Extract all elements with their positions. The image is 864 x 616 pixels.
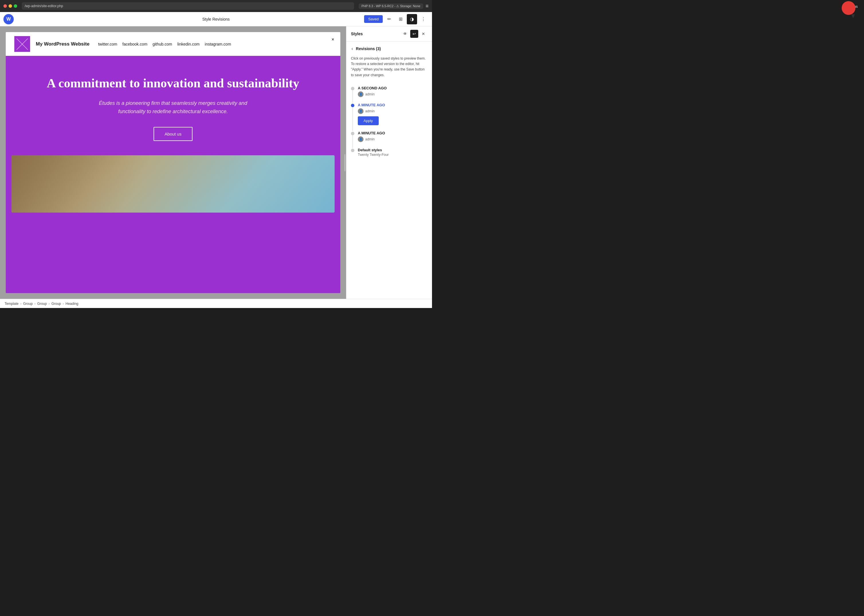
canvas-area: × My WordPress Website twitter.com faceb… [0, 26, 346, 299]
admin-bar-title: Style Revisions [202, 17, 230, 22]
sidebar-header: Styles 👁 ↩ ✕ Revisions [346, 26, 432, 42]
image-overlay [11, 155, 335, 212]
address-bar[interactable]: /wp-admin/site-editor.php [22, 2, 354, 10]
revisions-panel: ‹ Revisions (3) Click on previously save… [346, 42, 432, 299]
revision-time-2: A MINUTE AGO [358, 103, 427, 107]
revision-content-1: A SECOND AGO 👤 admin [358, 86, 427, 97]
revision-author-1: 👤 admin [358, 91, 427, 97]
revision-author-3: 👤 admin [358, 137, 427, 142]
browser-menu-icon[interactable]: ≡ [426, 3, 429, 9]
default-styles-subtitle: Twenty Twenty-Four [358, 153, 427, 157]
revision-time-3: A MINUTE AGO [358, 131, 427, 135]
hero-subtitle: Études is a pioneering firm that seamles… [90, 99, 256, 116]
php-badge: PHP 8.3 - WP 6.5-RC2 - ⚠ Storage: None [359, 3, 423, 9]
sidebar-icons: 👁 ↩ ✕ [401, 30, 427, 38]
sidebar-title: Styles [351, 31, 363, 36]
hero-section: A commitment to innovation and sustainab… [6, 56, 340, 155]
breadcrumb-heading[interactable]: Heading [66, 302, 79, 306]
breadcrumb-sep-4: › [63, 302, 64, 306]
address-text: /wp-admin/site-editor.php [25, 4, 63, 8]
more-options-btn[interactable]: ⋮ [418, 14, 429, 24]
hero-title: A commitment to innovation and sustainab… [17, 76, 329, 91]
back-button[interactable]: ‹ [351, 46, 353, 52]
author-name-1: admin [365, 92, 375, 96]
revisions-timeline: A SECOND AGO 👤 admin A MINUTE AGO [351, 83, 427, 160]
revisions-description: Click on previously saved styles to prev… [351, 56, 427, 78]
about-us-button[interactable]: About us [154, 127, 192, 141]
preview-icon-btn[interactable]: 👁 [401, 30, 409, 38]
site-name: My WordPress Website [36, 41, 90, 47]
nav-twitter[interactable]: twitter.com [98, 42, 117, 46]
traffic-lights [3, 4, 17, 8]
revision-content-default: Default styles Twenty Twenty-Four [358, 148, 427, 157]
close-traffic-light[interactable] [3, 4, 7, 8]
breadcrumb-bar: Template › Group › Group › Group › Headi… [0, 299, 432, 308]
timeline-dot-default [351, 149, 354, 152]
default-styles-label: Default styles [358, 148, 427, 152]
sidebar: Styles 👁 ↩ ✕ Revisions ‹ Revisions (3) C… [346, 26, 432, 299]
nav-instagram[interactable]: instagram.com [205, 42, 231, 46]
wp-logo-letter: W [6, 17, 11, 22]
breadcrumb-group-1[interactable]: Group [23, 302, 33, 306]
timeline-dot-1 [351, 87, 354, 90]
logo-x-icon [14, 36, 30, 52]
timeline-line-2 [352, 106, 353, 131]
minimize-traffic-light[interactable] [9, 4, 12, 8]
site-nav: twitter.com facebook.com github.com link… [98, 42, 231, 46]
revision-item-1[interactable]: A SECOND AGO 👤 admin [351, 83, 427, 100]
revision-item-3[interactable]: A MINUTE AGO 👤 admin [351, 128, 427, 145]
revisions-nav: ‹ Revisions (3) [351, 46, 427, 52]
main-layout: × My WordPress Website twitter.com faceb… [0, 26, 432, 299]
php-badge-text: PHP 8.3 - WP 6.5-RC2 - ⚠ Storage: None [361, 4, 421, 8]
canvas-inner: × My WordPress Website twitter.com faceb… [6, 32, 340, 293]
author-name-3: admin [365, 137, 375, 141]
revision-content-2: A MINUTE AGO 👤 admin Apply [358, 103, 427, 125]
pencil-icon-btn[interactable]: ✏ [384, 14, 394, 24]
apply-button[interactable]: Apply [358, 116, 379, 125]
nav-linkedin[interactable]: linkedin.com [178, 42, 200, 46]
timeline-dot-3 [351, 132, 354, 135]
breadcrumb-sep-3: › [49, 302, 50, 306]
wp-admin-bar: W Style Revisions Saved ✏ ⊞ ◑ ⋮ [0, 12, 432, 26]
scrollbar[interactable] [344, 154, 346, 171]
breadcrumb-group-2[interactable]: Group [37, 302, 47, 306]
close-canvas-button[interactable]: × [328, 35, 338, 44]
breadcrumb-group-3[interactable]: Group [51, 302, 61, 306]
wp-logo[interactable]: W [3, 14, 14, 24]
avatar-1: 👤 [358, 91, 363, 97]
revision-author-2: 👤 admin [358, 108, 427, 114]
revision-time-1: A SECOND AGO [358, 86, 427, 90]
avatar-2: 👤 [358, 108, 363, 114]
fullscreen-traffic-light[interactable] [14, 4, 17, 8]
avatar-3: 👤 [358, 137, 363, 142]
revisions-icon-btn[interactable]: ↩ [410, 30, 418, 38]
breadcrumb-template[interactable]: Template [5, 302, 19, 306]
revision-content-3: A MINUTE AGO 👤 admin [358, 131, 427, 142]
nav-github[interactable]: github.com [152, 42, 172, 46]
revision-item-2[interactable]: A MINUTE AGO 👤 admin Apply [351, 100, 427, 128]
style-icon-btn[interactable]: ◑ [407, 14, 417, 24]
site-logo [14, 36, 30, 52]
breadcrumb-sep-1: › [20, 302, 22, 306]
close-sidebar-btn[interactable]: ✕ [419, 30, 427, 38]
browser-chrome: /wp-admin/site-editor.php PHP 8.3 - WP 6… [0, 0, 432, 12]
author-name-2: admin [365, 109, 375, 113]
saved-button[interactable]: Saved [364, 15, 383, 23]
site-header: My WordPress Website twitter.com faceboo… [6, 32, 340, 56]
admin-bar-right: Saved ✏ ⊞ ◑ ⋮ [364, 14, 429, 24]
building-image [11, 155, 335, 212]
layout-icon-btn[interactable]: ⊞ [395, 14, 406, 24]
nav-facebook[interactable]: facebook.com [123, 42, 147, 46]
breadcrumb-sep-2: › [35, 302, 36, 306]
close-icon: × [331, 37, 334, 42]
revisions-heading: Revisions (3) [356, 46, 381, 51]
timeline-dot-2 [351, 104, 354, 107]
revision-item-default[interactable]: Default styles Twenty Twenty-Four [351, 145, 427, 160]
